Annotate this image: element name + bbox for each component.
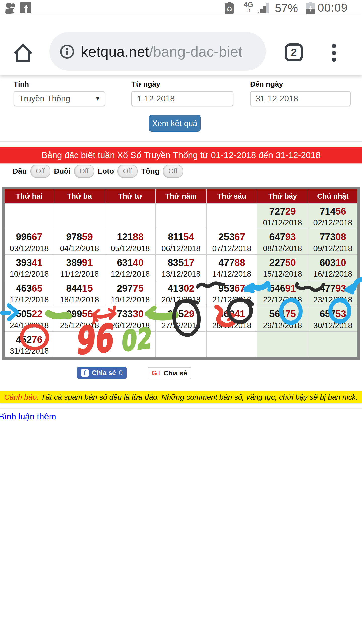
province-select-value: Truyền Thống	[19, 94, 70, 103]
menu-dot	[332, 44, 336, 48]
facebook-share-button[interactable]: f Chia sẻ 0	[77, 367, 127, 379]
result-cell: 7272901/12/2018	[257, 203, 308, 229]
toggle-label: Đầu	[13, 167, 27, 175]
result-row: 9966703/12/20189785904/12/20181218805/12…	[3, 229, 359, 255]
weekday-header-cell: Chủ nhật	[308, 188, 359, 203]
result-cell: 2275015/12/2018	[257, 255, 308, 280]
page-info-icon[interactable]	[60, 44, 74, 59]
result-cell: 5617529/12/2018	[257, 306, 308, 332]
from-date-value: 1-12-2018	[137, 94, 175, 103]
result-cell	[105, 332, 156, 358]
result-cell: 2452927/12/2018	[156, 306, 206, 332]
result-cell	[105, 203, 156, 229]
warning-text: Tất cả spam bán số đều là lừa đảo. Những…	[41, 393, 358, 401]
view-results-button[interactable]: Xem kết quả	[149, 115, 201, 132]
result-cell	[308, 332, 359, 358]
toggle-off-button[interactable]: Off	[74, 165, 94, 178]
weekday-header-cell: Thứ sáu	[206, 188, 257, 203]
results-table: Thứ haiThứ baThứ tưThứ nămThứ sáuThứ bảy…	[2, 187, 360, 360]
from-date-input[interactable]: 1-12-2018	[131, 91, 233, 106]
result-cell	[206, 332, 257, 358]
more-comments-link[interactable]: Bình luận thêm	[0, 412, 56, 421]
result-cell	[3, 203, 54, 229]
result-cell: 7333026/12/2018	[105, 306, 156, 332]
network-4g-indicator: 4G ↓↑	[241, 1, 255, 13]
weekday-header-cell: Thứ bảy	[257, 188, 308, 203]
weekday-header-cell: Thứ tư	[105, 188, 156, 203]
weekday-header-cell: Thứ hai	[3, 188, 54, 203]
result-cell	[54, 203, 105, 229]
result-row: 4527631/12/2018	[3, 332, 359, 358]
googleplus-share-button[interactable]: G+ Chia sẻ	[148, 367, 191, 379]
result-cell	[206, 203, 257, 229]
result-row: 5052224/12/20180995625/12/20187333026/12…	[3, 306, 359, 332]
toggle-label: Loto	[98, 167, 114, 175]
result-cell: 8351713/12/2018	[156, 255, 206, 280]
menu-dot	[332, 51, 336, 55]
weekday-header-row: Thứ haiThứ baThứ tưThứ nămThứ sáuThứ bảy…	[3, 188, 359, 203]
menu-dot	[332, 58, 336, 62]
weekday-header-cell: Thứ ba	[54, 188, 105, 203]
result-cell: 7730809/12/2018	[308, 229, 359, 255]
section-divider	[0, 387, 362, 387]
result-cell	[156, 203, 206, 229]
result-cell: 0995625/12/2018	[54, 306, 105, 332]
select-caret-icon: ▼	[95, 95, 101, 102]
kwai-app-icon	[4, 2, 17, 14]
weekday-header-cell: Thứ năm	[156, 188, 206, 203]
result-cell: 6031016/12/2018	[308, 255, 359, 280]
result-cell: 9785904/12/2018	[54, 229, 105, 255]
warning-label: Cảnh báo:	[4, 393, 39, 401]
result-row: 7272901/12/20187145602/12/2018	[3, 203, 359, 229]
result-cell: 2977519/12/2018	[105, 280, 156, 306]
result-cell: 6624128/12/2018	[206, 306, 257, 332]
toggle-label: Đuôi	[54, 167, 71, 175]
facebook-share-label: Chia sẻ	[92, 369, 116, 377]
result-cell	[257, 332, 308, 358]
clock-text: 00:09	[318, 2, 348, 13]
result-cell: 9536721/12/2018	[206, 280, 257, 306]
section-divider	[0, 408, 362, 409]
phone-screen: ♻ 4G ↓↑ 57% 00:09	[0, 0, 362, 644]
table-title-banner: Bảng đặc biệt tuần Xổ Số Truyền Thống từ…	[0, 147, 362, 164]
to-date-input[interactable]: 31-12-2018	[250, 91, 351, 106]
result-cell: 4130220/12/2018	[156, 280, 206, 306]
url-text: ketqua.net/bang-dac-biet	[81, 43, 242, 60]
result-cell: 5052224/12/2018	[3, 306, 54, 332]
result-cell: 7145602/12/2018	[308, 203, 359, 229]
toggle-label: Tổng	[141, 167, 159, 175]
results-table-body: 7272901/12/20187145602/12/20189966703/12…	[3, 203, 359, 358]
section-divider	[0, 141, 362, 142]
province-label: Tính	[14, 80, 29, 88]
result-cell: 3934110/12/2018	[3, 255, 54, 280]
browser-toolbar: ketqua.net/bang-dac-biet 2	[0, 15, 362, 75]
to-date-label: Đến ngày	[250, 80, 283, 88]
address-bar[interactable]: ketqua.net/bang-dac-biet	[49, 32, 266, 71]
home-button[interactable]	[11, 40, 35, 64]
result-cell: 4779323/12/2018	[308, 280, 359, 306]
tab-switcher-button[interactable]: 2	[285, 43, 303, 61]
toggle-off-button[interactable]: Off	[163, 165, 183, 178]
facebook-app-icon	[20, 2, 31, 13]
facebook-share-count: 0	[119, 369, 123, 377]
result-cell	[54, 332, 105, 358]
battery-percent-text: 57%	[275, 3, 298, 14]
result-cell: 3899111/12/2018	[54, 255, 105, 280]
province-select[interactable]: Truyền Thống ▼	[14, 91, 105, 106]
toggle-row: ĐầuOffĐuôiOffLotoOffTổngOff	[13, 165, 183, 177]
tab-count: 2	[291, 46, 297, 58]
facebook-icon: f	[81, 369, 89, 377]
toggle-off-button[interactable]: Off	[30, 165, 51, 178]
charging-battery-icon	[306, 2, 315, 15]
googleplus-icon: G+	[152, 369, 161, 377]
result-cell: 6314012/12/2018	[105, 255, 156, 280]
result-cell: 6479308/12/2018	[257, 229, 308, 255]
result-cell: 4636517/12/2018	[3, 280, 54, 306]
url-path: /bang-dac-biet	[149, 43, 242, 60]
toggle-off-button[interactable]: Off	[117, 165, 138, 178]
browser-menu-button[interactable]	[329, 43, 339, 62]
from-date-label: Từ ngày	[131, 80, 160, 88]
result-cell: 8441518/12/2018	[54, 280, 105, 306]
result-cell: 6575330/12/2018	[308, 306, 359, 332]
result-cell: 9966703/12/2018	[3, 229, 54, 255]
